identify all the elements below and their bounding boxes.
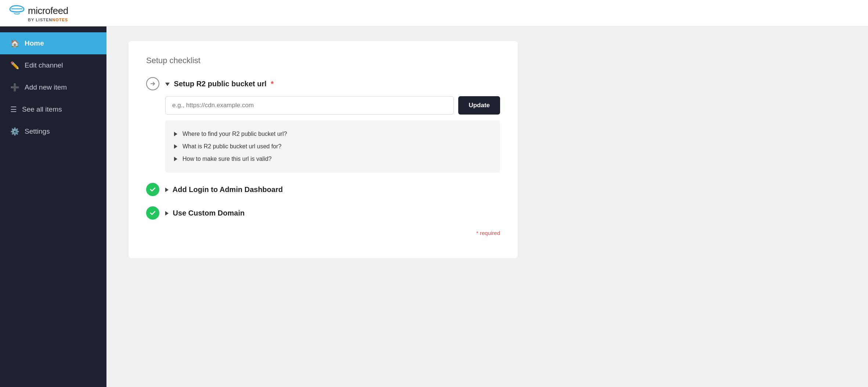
logo-by: by LISTEN [28, 18, 52, 22]
list-icon: ☰ [10, 105, 17, 114]
sidebar-item-label-edit-channel: Edit channel [25, 61, 63, 69]
triangle-right-admin-icon [165, 188, 169, 192]
r2-url-input[interactable] [165, 96, 454, 115]
setup-checklist-card: Setup checklist Setup R2 publi [129, 41, 518, 258]
arrow-icon [146, 77, 159, 90]
triangle-down-icon [165, 83, 170, 86]
update-button[interactable]: Update [458, 96, 500, 115]
sidebar: 🏠 Home ✏️ Edit channel ➕ Add new item ☰ … [0, 26, 106, 387]
checklist-label-r2: Setup R2 public bucket url * [165, 80, 274, 88]
checklist-item-r2-bucket: Setup R2 public bucket url * Update Wher… [146, 77, 500, 173]
checklist-row-domain: Use Custom Domain [146, 206, 500, 220]
logo: microfeed by LISTENNOTES [9, 4, 68, 22]
arrow-right-icon [150, 81, 156, 87]
layout: 🏠 Home ✏️ Edit channel ➕ Add new item ☰ … [0, 26, 868, 387]
sidebar-item-home[interactable]: 🏠 Home [0, 32, 106, 54]
checkmark-domain-icon [149, 210, 156, 216]
main-content: Setup checklist Setup R2 publi [106, 26, 868, 387]
status-icon-domain [146, 206, 159, 220]
sidebar-item-label-settings: Settings [25, 127, 50, 135]
required-star: * [271, 80, 274, 88]
checklist-label-domain[interactable]: Use Custom Domain [165, 209, 245, 217]
edit-icon: ✏️ [10, 61, 19, 70]
checklist-label-admin[interactable]: Add Login to Admin Dashboard [165, 185, 283, 194]
sidebar-item-label-add-new-item: Add new item [25, 83, 67, 91]
check-icon-admin [146, 183, 159, 196]
card-title: Setup checklist [146, 56, 500, 65]
plus-icon: ➕ [10, 83, 19, 92]
required-note: * required [146, 230, 500, 236]
checkmark-icon [149, 186, 156, 193]
faq-item-3[interactable]: How to make sure this url is valid? [174, 153, 491, 165]
sidebar-item-add-new-item[interactable]: ➕ Add new item [0, 76, 106, 98]
gear-icon: ⚙️ [10, 127, 19, 136]
faq-item-2[interactable]: What is R2 public bucket url used for? [174, 140, 491, 153]
checklist-item-custom-domain: Use Custom Domain [146, 206, 500, 220]
triangle-right-icon-2 [174, 144, 177, 149]
input-row-r2: Update [165, 96, 500, 115]
sidebar-item-see-all-items[interactable]: ☰ See all items [0, 98, 106, 120]
topbar: microfeed by LISTENNOTES [0, 0, 868, 26]
sidebar-item-label-home: Home [25, 39, 44, 47]
status-icon-admin [146, 183, 159, 196]
status-icon-r2 [146, 77, 159, 90]
faq-box: Where to find your R2 public bucket url?… [165, 120, 500, 173]
faq-item-1[interactable]: Where to find your R2 public bucket url? [174, 128, 491, 140]
checklist-item-admin-login: Add Login to Admin Dashboard [146, 183, 500, 196]
home-icon: 🏠 [10, 39, 19, 48]
logo-text: microfeed [28, 5, 68, 17]
checklist-row-admin: Add Login to Admin Dashboard [146, 183, 500, 196]
sidebar-item-label-see-all-items: See all items [22, 105, 62, 113]
triangle-right-icon-1 [174, 132, 177, 136]
logo-icon [9, 4, 25, 18]
logo-sub: by LISTENNOTES [28, 18, 68, 22]
check-icon-domain [146, 206, 159, 220]
sidebar-item-settings[interactable]: ⚙️ Settings [0, 120, 106, 142]
triangle-right-icon-3 [174, 157, 177, 161]
triangle-right-domain-icon [165, 211, 169, 216]
sidebar-item-edit-channel[interactable]: ✏️ Edit channel [0, 54, 106, 76]
checklist-row-r2: Setup R2 public bucket url * [146, 77, 500, 90]
